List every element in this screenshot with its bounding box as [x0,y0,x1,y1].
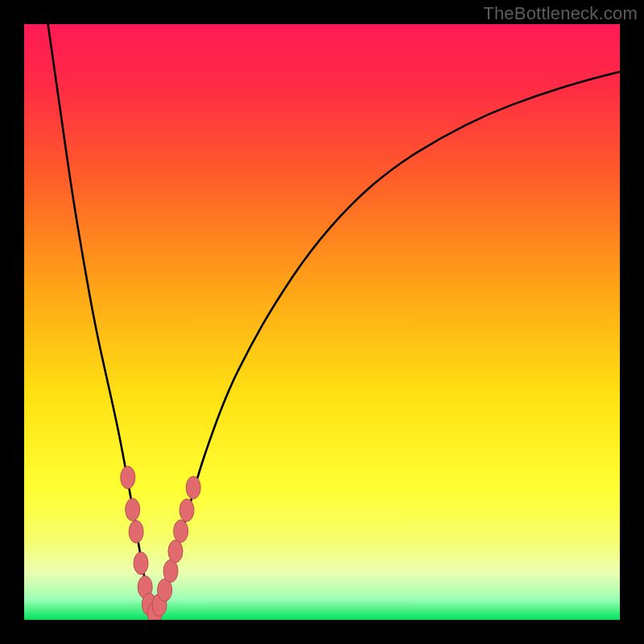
bottleneck-chart [24,24,620,620]
curve-marker [186,477,200,499]
curve-marker [174,520,188,543]
curve-marker [168,540,183,563]
curve-marker [126,498,140,521]
curve-marker [129,520,143,543]
curve-marker [134,552,148,575]
curve-marker [180,499,194,522]
chart-frame: TheBottleneck.com [0,0,644,644]
curve-marker [121,466,135,489]
curve-marker [163,559,178,582]
gradient-background [24,24,620,620]
watermark-text: TheBottleneck.com [483,3,638,24]
